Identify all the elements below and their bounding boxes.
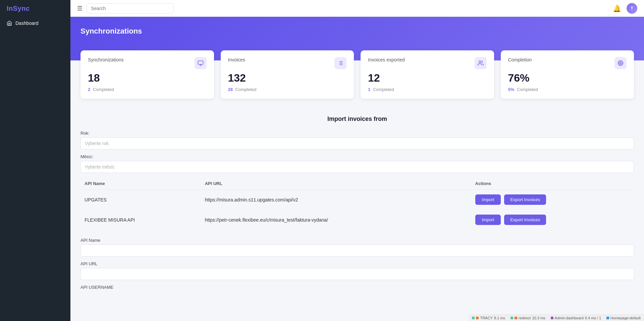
api-username-label: API USERNAME bbox=[80, 285, 634, 290]
hero-title: Synchronizations bbox=[80, 27, 634, 36]
api-name-input[interactable] bbox=[80, 244, 634, 257]
home-icon bbox=[7, 20, 12, 26]
avatar[interactable]: T bbox=[627, 3, 637, 14]
card-sub: 1 Completed bbox=[368, 87, 487, 92]
export-invoices-button[interactable]: Export Invoices bbox=[504, 194, 546, 205]
card-label: Synchronizations bbox=[88, 57, 124, 62]
mesic-group: Měsíc: Vyberte měsíc bbox=[80, 154, 634, 173]
api-table: API Name API URL Actions UPGATES https:/… bbox=[80, 178, 634, 230]
list-icon bbox=[334, 57, 346, 69]
topbar: ☰ 🔔 T bbox=[70, 0, 644, 17]
table-row: UPGATES https://misura.admin.s11.upgates… bbox=[80, 190, 634, 210]
users-icon bbox=[475, 57, 487, 69]
api-name-group: API Name bbox=[80, 238, 634, 257]
mesic-label: Měsíc: bbox=[80, 154, 634, 159]
cell-actions: Import Export Invoices bbox=[471, 210, 634, 230]
card-label: Invoices bbox=[228, 57, 245, 62]
api-url-label: API URL bbox=[80, 261, 634, 266]
tracy-item-3[interactable]: Admin:dashboard 0.4 ms / 1 bbox=[551, 316, 601, 320]
card-number: 18 bbox=[88, 72, 207, 84]
card-sub: 28 Completed bbox=[228, 87, 347, 92]
import-button[interactable]: Import bbox=[475, 215, 501, 225]
col-api-url: API URL bbox=[201, 178, 471, 190]
rok-select[interactable]: Vyberte rok bbox=[80, 137, 634, 149]
col-api-name: API Name bbox=[80, 178, 201, 190]
main-area: ☰ 🔔 T Synchronizations Synchronizations … bbox=[70, 0, 644, 321]
sync-icon bbox=[195, 57, 207, 69]
col-actions: Actions bbox=[471, 178, 634, 190]
card-completion: Completion 76% 5% Completed bbox=[501, 50, 634, 99]
notification-bell-icon[interactable]: 🔔 bbox=[613, 4, 621, 12]
svg-rect-0 bbox=[198, 61, 203, 64]
sidebar-item-label: Dashboard bbox=[15, 20, 39, 26]
tracy-bar: TRACY 8.1 ms redirect 10.3 ms Admin:dash… bbox=[469, 315, 644, 321]
tracy-label: Homepage:default bbox=[610, 316, 641, 320]
tracy-label: TRACY bbox=[480, 316, 492, 320]
export-invoices-button[interactable]: Export Invoices bbox=[504, 215, 546, 225]
hamburger-button[interactable]: ☰ bbox=[77, 5, 83, 12]
tracy-label: Admin:dashboard bbox=[555, 316, 584, 320]
import-button[interactable]: Import bbox=[475, 194, 501, 205]
api-name-label: API Name bbox=[80, 238, 634, 243]
tracy-item-4[interactable]: Homepage:default bbox=[606, 316, 641, 320]
cell-api-name: UPGATES bbox=[80, 190, 201, 210]
tracy-value: 0.4 ms / 1 bbox=[585, 316, 601, 320]
section-title: Import invoices from bbox=[80, 116, 634, 123]
card-synchronizations: Synchronizations 18 2 Completed bbox=[80, 50, 214, 99]
card-number: 12 bbox=[368, 72, 487, 84]
card-sub: 5% Completed bbox=[508, 87, 627, 92]
cell-api-url: https://misura.admin.s11.upgates.com/api… bbox=[201, 190, 471, 210]
stats-cards: Synchronizations 18 2 Completed Invoices… bbox=[80, 50, 634, 99]
cell-api-name: FLEXIBEE MISURA API bbox=[80, 210, 201, 230]
api-url-group: API URL bbox=[80, 261, 634, 280]
app-logo: InSync bbox=[0, 0, 70, 17]
rok-group: Rok: Vyberte rok bbox=[80, 131, 634, 149]
card-sub: 2 Completed bbox=[88, 87, 207, 92]
card-invoices-exported: Invoices exported 12 1 Completed bbox=[361, 50, 494, 99]
card-number: 132 bbox=[228, 72, 347, 84]
card-number: 76% bbox=[508, 72, 627, 84]
card-label: Invoices exported bbox=[368, 57, 405, 62]
card-header: Synchronizations bbox=[88, 57, 207, 69]
card-label: Completion bbox=[508, 57, 532, 62]
svg-point-10 bbox=[620, 63, 621, 64]
svg-point-9 bbox=[619, 62, 622, 65]
card-header: Completion bbox=[508, 57, 627, 69]
card-header: Invoices exported bbox=[368, 57, 487, 69]
card-header: Invoices bbox=[228, 57, 347, 69]
svg-point-7 bbox=[479, 61, 481, 63]
api-url-input[interactable] bbox=[80, 268, 634, 280]
topbar-right: 🔔 T bbox=[613, 3, 637, 14]
api-username-group: API USERNAME bbox=[80, 285, 634, 290]
sidebar: InSync Dashboard bbox=[0, 0, 70, 321]
mesic-select[interactable]: Vyberte měsíc bbox=[80, 161, 634, 173]
table-row: FLEXIBEE MISURA API https://petr-cenek.f… bbox=[80, 210, 634, 230]
sidebar-item-dashboard[interactable]: Dashboard bbox=[0, 17, 70, 29]
tracy-item-2[interactable]: redirect 10.3 ms bbox=[511, 316, 545, 320]
content-area: Import invoices from Rok: Vyberte rok Mě… bbox=[70, 99, 644, 305]
tracy-value: 10.3 ms bbox=[532, 316, 545, 320]
target-icon bbox=[614, 57, 627, 69]
card-invoices: Invoices 132 28 Completed bbox=[221, 50, 354, 99]
cell-api-url: https://petr-cenek.flexibee.eu/c/misura_… bbox=[201, 210, 471, 230]
tracy-item-1[interactable]: TRACY 8.1 ms bbox=[472, 316, 505, 320]
cell-actions: Import Export Invoices bbox=[471, 190, 634, 210]
tracy-label: redirect bbox=[519, 316, 531, 320]
search-input[interactable] bbox=[87, 3, 174, 13]
tracy-value: 8.1 ms bbox=[494, 316, 505, 320]
rok-label: Rok: bbox=[80, 131, 634, 136]
